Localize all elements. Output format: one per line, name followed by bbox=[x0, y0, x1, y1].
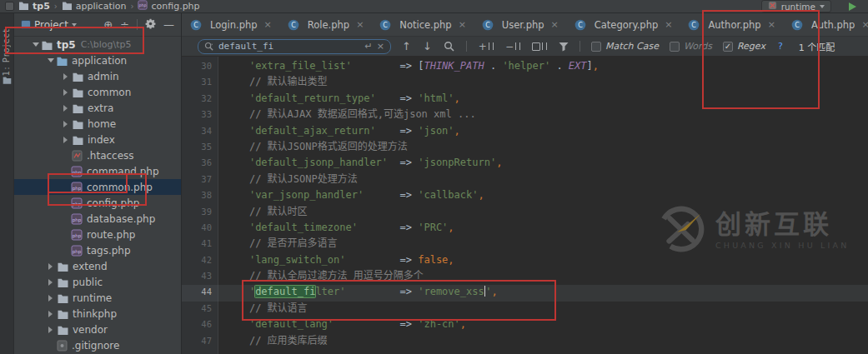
tree-item-home[interactable]: home bbox=[14, 116, 181, 132]
line-number[interactable]: 34 bbox=[182, 123, 218, 139]
run-configuration-selector[interactable]: runtime bbox=[761, 0, 831, 12]
code-line[interactable]: 'lang_switch_on' => false, bbox=[225, 252, 868, 268]
tree-item-vendor[interactable]: vendor bbox=[14, 322, 181, 337]
tab-close-icon[interactable]: × bbox=[356, 19, 364, 30]
newline-icon[interactable]: ↵ bbox=[365, 42, 373, 51]
code-line[interactable]: // 默认AJAX 数据返回格式,可选json xml ... bbox=[225, 107, 868, 122]
breadcrumb-item-config[interactable]: config.php bbox=[151, 1, 199, 12]
line-number[interactable]: 42 bbox=[182, 252, 218, 268]
search-input[interactable] bbox=[218, 41, 361, 52]
tree-item-runtime[interactable]: runtime bbox=[14, 290, 181, 306]
clear-icon[interactable]: × bbox=[377, 42, 384, 51]
tab-close-icon[interactable]: × bbox=[264, 19, 272, 30]
match-case-checkbox[interactable] bbox=[591, 42, 601, 52]
tab-Role.php[interactable]: CRole.php× bbox=[279, 13, 372, 36]
line-number[interactable]: 39 bbox=[182, 204, 218, 220]
code-line[interactable]: // 应用类库后缀 bbox=[225, 333, 868, 349]
chevron-collapsed-icon[interactable] bbox=[46, 327, 56, 333]
breadcrumb-item-tp5[interactable]: tp5 bbox=[33, 1, 50, 12]
line-number[interactable]: 41 bbox=[182, 236, 218, 252]
chevron-collapsed-icon[interactable] bbox=[61, 89, 71, 96]
hide-panel-icon[interactable]: — bbox=[163, 19, 174, 31]
tab-Auth.php[interactable]: CAuth.php× bbox=[783, 13, 868, 36]
tab-Category.php[interactable]: CCategory.php× bbox=[566, 13, 680, 36]
regex-option[interactable]: ✓ Regex bbox=[723, 41, 765, 52]
chevron-collapsed-icon[interactable] bbox=[61, 137, 71, 143]
project-stripe-label[interactable]: 1: Project bbox=[2, 28, 11, 76]
line-number[interactable]: 43 bbox=[182, 268, 218, 284]
tree-item-public[interactable]: public bbox=[14, 274, 181, 290]
words-checkbox[interactable] bbox=[670, 42, 680, 52]
regex-checkbox[interactable]: ✓ bbox=[723, 42, 733, 52]
commander-icon[interactable] bbox=[3, 75, 12, 87]
tab-Author.php[interactable]: CAuthor.php× bbox=[680, 13, 782, 36]
tree-item-config.php[interactable]: phpconfig.php bbox=[14, 195, 181, 211]
code-line[interactable]: 'var_jsonp_handler' => 'callback', bbox=[225, 187, 868, 203]
code-line[interactable]: // 是否开启多语言 bbox=[225, 236, 868, 252]
tree-item-admin[interactable]: admin bbox=[14, 68, 181, 84]
find-all-icon[interactable] bbox=[444, 41, 454, 52]
code-line[interactable]: // 默认JSONP处理方法 bbox=[225, 172, 868, 187]
chevron-collapsed-icon[interactable] bbox=[46, 279, 56, 286]
code-line[interactable]: // 默认输出类型 bbox=[225, 74, 868, 90]
chevron-collapsed-icon[interactable] bbox=[46, 263, 56, 270]
words-option[interactable]: Words bbox=[670, 41, 712, 52]
line-number[interactable]: 37 bbox=[182, 172, 218, 187]
tree-item-extend[interactable]: extend bbox=[14, 258, 181, 274]
chevron-collapsed-icon[interactable] bbox=[46, 295, 56, 302]
tab-close-icon[interactable]: × bbox=[861, 19, 868, 30]
code-line[interactable]: 'default_jsonp_handler' => 'jsonpReturn'… bbox=[225, 155, 868, 171]
chevron-collapsed-icon[interactable] bbox=[61, 105, 71, 112]
run-button[interactable] bbox=[849, 2, 856, 11]
line-number[interactable]: 36 bbox=[182, 155, 218, 171]
tree-item-tags.php[interactable]: phptags.php bbox=[14, 242, 181, 258]
settings-gear-icon[interactable] bbox=[145, 18, 156, 32]
code-line[interactable]: 'default_lang' => 'zh-cn', bbox=[225, 317, 868, 332]
next-occurrence-icon[interactable]: ↓ bbox=[423, 41, 432, 52]
tree-item-index[interactable]: index bbox=[14, 132, 181, 147]
code-editor[interactable]: 303132333435363738394041424344454647 'ex… bbox=[182, 57, 868, 354]
tree-item-route.php[interactable]: phproute.php bbox=[14, 227, 181, 242]
chevron-collapsed-icon[interactable] bbox=[46, 311, 56, 317]
chevron-down-icon[interactable] bbox=[72, 23, 77, 29]
line-number[interactable]: 46 bbox=[182, 317, 218, 332]
tree-item-database.php[interactable]: phpdatabase.php bbox=[14, 211, 181, 227]
chevron-expanded-icon[interactable] bbox=[46, 55, 55, 66]
collapse-all-icon[interactable]: ÷ bbox=[120, 19, 129, 31]
tree-item-tp5[interactable]: tp5C:\blog\tp5 bbox=[14, 37, 181, 52]
tree-item-extra[interactable]: extra bbox=[14, 100, 181, 116]
line-number[interactable]: 32 bbox=[182, 91, 218, 107]
add-occurrence-icon[interactable]: + bbox=[479, 42, 494, 52]
line-number[interactable]: 30 bbox=[182, 58, 218, 74]
tree-item-command.php[interactable]: phpcommand.php bbox=[14, 163, 181, 179]
project-view-title[interactable]: Project bbox=[34, 19, 68, 31]
code-line[interactable]: 'default_filter' => 'remove_xss', bbox=[225, 284, 868, 300]
code-line[interactable]: 'default_timezone' => 'PRC', bbox=[225, 220, 868, 236]
tab-close-icon[interactable]: × bbox=[459, 19, 466, 30]
tab-User.php[interactable]: CUser.php× bbox=[474, 13, 566, 36]
line-number[interactable]: 31 bbox=[182, 74, 218, 90]
tab-Notice.php[interactable]: CNotice.php× bbox=[371, 13, 474, 36]
breadcrumb-item-application[interactable]: application bbox=[76, 1, 127, 12]
line-number[interactable]: 38 bbox=[182, 187, 218, 203]
code-line[interactable]: 'default_ajax_return' => 'json', bbox=[225, 123, 868, 139]
tree-item-.gitignore[interactable]: .gitignore bbox=[14, 337, 181, 353]
chevron-collapsed-icon[interactable] bbox=[61, 73, 71, 80]
app-menu-icon[interactable] bbox=[5, 2, 14, 11]
line-number[interactable]: 45 bbox=[182, 301, 218, 317]
tab-close-icon[interactable]: × bbox=[768, 19, 775, 30]
line-number[interactable]: 40 bbox=[182, 220, 218, 236]
chevron-collapsed-icon[interactable] bbox=[61, 121, 71, 127]
tree-item-.htaccess[interactable]: .htaccess bbox=[14, 147, 181, 163]
tree-item-thinkphp[interactable]: thinkphp bbox=[14, 306, 181, 322]
search-magnifier-icon[interactable] bbox=[204, 42, 214, 52]
remove-occurrence-icon[interactable]: − bbox=[505, 42, 520, 52]
match-case-option[interactable]: Match Case bbox=[591, 41, 659, 52]
code-line[interactable]: // 默认时区 bbox=[225, 204, 868, 220]
tree-item-common[interactable]: common bbox=[14, 84, 181, 100]
tree-item-application[interactable]: application bbox=[14, 52, 181, 68]
code-line[interactable]: // 默认全局过滤方法 用逗号分隔多个 bbox=[225, 268, 868, 284]
filter-icon[interactable] bbox=[559, 42, 569, 52]
tab-close-icon[interactable]: × bbox=[551, 19, 559, 30]
line-number[interactable]: 33 bbox=[182, 107, 218, 122]
